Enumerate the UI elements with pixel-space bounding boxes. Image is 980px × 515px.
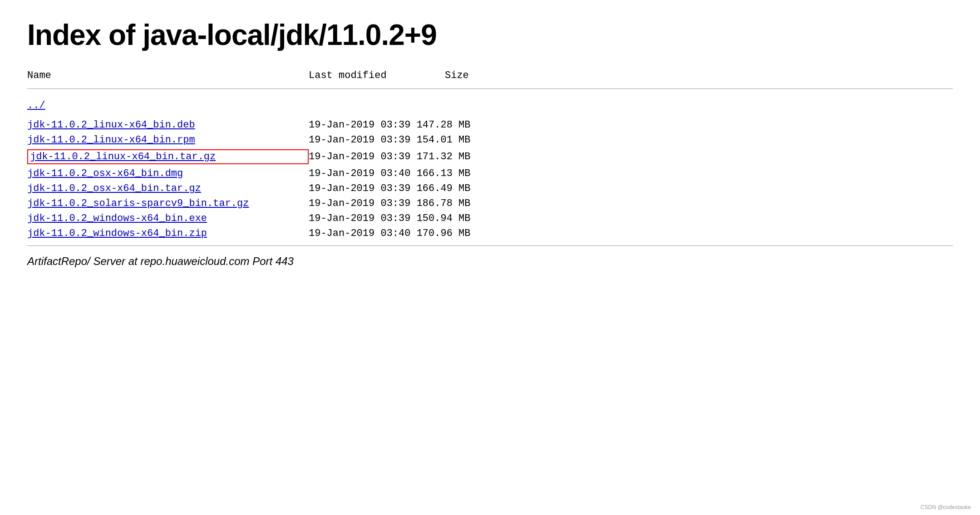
file-link-2[interactable]: jdk-11.0.2_linux-x64_bin.tar.gz: [27, 149, 309, 164]
table-row: jdk-11.0.2_osx-x64_bin.dmg19-Jan-2019 03…: [27, 166, 953, 181]
footer-text: ArtifactRepo/ Server at repo.huaweicloud…: [27, 255, 953, 268]
file-meta-0: 19-Jan-2019 03:39 147.28 MB: [309, 119, 470, 131]
file-link-1[interactable]: jdk-11.0.2_linux-x64_bin.rpm: [27, 134, 309, 146]
file-meta-5: 19-Jan-2019 03:39 186.78 MB: [309, 198, 470, 209]
table-row: jdk-11.0.2_linux-x64_bin.deb19-Jan-2019 …: [27, 118, 953, 132]
file-link-5[interactable]: jdk-11.0.2_solaris-sparcv9_bin.tar.gz: [27, 198, 309, 209]
column-header-size: Size: [445, 70, 517, 81]
table-row: jdk-11.0.2_osx-x64_bin.tar.gz19-Jan-2019…: [27, 181, 953, 196]
file-link-6[interactable]: jdk-11.0.2_windows-x64_bin.exe: [27, 213, 309, 224]
table-row: jdk-11.0.2_linux-x64_bin.rpm19-Jan-2019 …: [27, 132, 953, 147]
file-meta-7: 19-Jan-2019 03:40 170.96 MB: [309, 228, 470, 239]
column-header-name: Name: [27, 70, 309, 81]
bottom-divider: [27, 245, 953, 246]
table-row: jdk-11.0.2_linux-x64_bin.tar.gz19-Jan-20…: [27, 147, 953, 166]
top-divider: [27, 88, 953, 89]
file-link-7[interactable]: jdk-11.0.2_windows-x64_bin.zip: [27, 228, 309, 239]
table-row: jdk-11.0.2_solaris-sparcv9_bin.tar.gz19-…: [27, 196, 953, 211]
parent-directory-row: ../: [27, 98, 953, 113]
file-meta-2: 19-Jan-2019 03:39 171.32 MB: [309, 151, 470, 162]
file-meta-1: 19-Jan-2019 03:39 154.01 MB: [309, 134, 470, 146]
page-title: Index of java-local/jdk/11.0.2+9: [27, 18, 953, 52]
table-row: jdk-11.0.2_windows-x64_bin.zip19-Jan-201…: [27, 226, 953, 241]
parent-directory-link[interactable]: ../: [27, 100, 309, 111]
column-header-modified: Last modified: [309, 70, 445, 81]
file-entries: jdk-11.0.2_linux-x64_bin.deb19-Jan-2019 …: [27, 118, 953, 241]
file-link-3[interactable]: jdk-11.0.2_osx-x64_bin.dmg: [27, 168, 309, 179]
file-meta-4: 19-Jan-2019 03:39 166.49 MB: [309, 183, 470, 194]
file-meta-3: 19-Jan-2019 03:40 166.13 MB: [309, 168, 470, 179]
file-meta-6: 19-Jan-2019 03:39 150.94 MB: [309, 213, 470, 224]
file-link-0[interactable]: jdk-11.0.2_linux-x64_bin.deb: [27, 119, 309, 131]
file-list: ../: [27, 98, 953, 113]
table-row: jdk-11.0.2_windows-x64_bin.exe19-Jan-201…: [27, 211, 953, 226]
file-link-4[interactable]: jdk-11.0.2_osx-x64_bin.tar.gz: [27, 183, 309, 194]
